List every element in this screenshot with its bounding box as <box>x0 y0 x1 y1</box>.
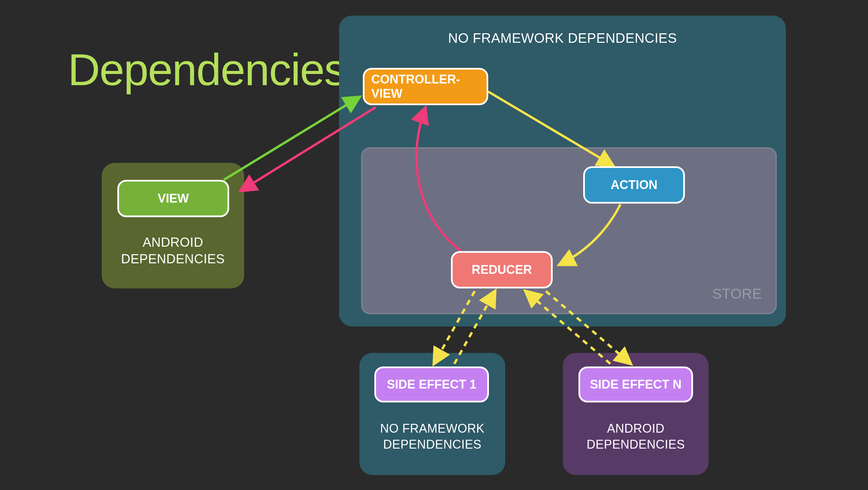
node-controller-view: CONTROLLER-VIEW <box>363 68 488 105</box>
android-view-caption: ANDROID DEPENDENCIES <box>102 234 244 268</box>
node-side-effect-n: SIDE EFFECT N <box>578 366 693 402</box>
side-effect-n-caption-line2: DEPENDENCIES <box>587 437 685 451</box>
android-view-caption-line1: ANDROID <box>143 235 203 249</box>
node-side-effect-n-label: SIDE EFFECT N <box>590 377 682 392</box>
side-effect-1-caption-line2: DEPENDENCIES <box>383 437 481 451</box>
node-action: ACTION <box>583 166 685 204</box>
diagram-stage: Dependencies NO FRAMEWORK DEPENDENCIES S… <box>0 0 868 490</box>
node-side-effect-1-label: SIDE EFFECT 1 <box>387 377 476 392</box>
side-effect-1-caption-line1: NO FRAMEWORK <box>380 421 485 435</box>
side-effect-n-caption-line1: ANDROID <box>607 421 665 435</box>
node-reducer: REDUCER <box>451 251 553 288</box>
side-effect-n-caption: ANDROID DEPENDENCIES <box>563 421 709 453</box>
node-action-label: ACTION <box>611 178 657 192</box>
store-label: STORE <box>712 286 762 302</box>
node-view-label: VIEW <box>158 191 189 206</box>
no-framework-label: NO FRAMEWORK DEPENDENCIES <box>339 31 786 46</box>
slide-title: Dependencies <box>68 44 346 95</box>
node-reducer-label: REDUCER <box>472 263 532 277</box>
node-view: VIEW <box>117 180 229 217</box>
node-controller-view-label: CONTROLLER-VIEW <box>371 72 480 101</box>
node-side-effect-1: SIDE EFFECT 1 <box>374 366 489 402</box>
store-container: STORE <box>361 147 777 314</box>
side-effect-1-caption: NO FRAMEWORK DEPENDENCIES <box>359 421 505 453</box>
android-view-caption-line2: DEPENDENCIES <box>121 252 225 266</box>
